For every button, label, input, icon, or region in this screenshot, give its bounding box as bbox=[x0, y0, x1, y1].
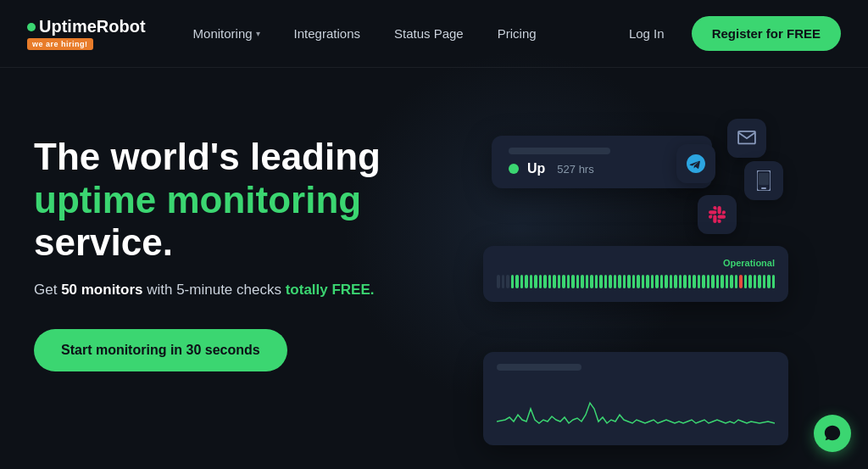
nav-links: Monitoring ▾ Integrations Status Page Pr… bbox=[180, 20, 615, 47]
uptime-segment bbox=[748, 275, 752, 288]
uptime-segment bbox=[660, 275, 664, 288]
up-label: Up bbox=[527, 161, 545, 176]
cta-button[interactable]: Start monitoring in 30 seconds bbox=[34, 329, 287, 371]
uptime-segment bbox=[562, 275, 565, 288]
uptime-segment bbox=[688, 275, 692, 288]
uptime-segment bbox=[511, 275, 515, 288]
uptime-segment bbox=[599, 275, 603, 288]
uptime-segment bbox=[730, 275, 733, 288]
uptime-segment bbox=[558, 275, 561, 288]
uptime-segment bbox=[744, 275, 748, 288]
uptime-segment bbox=[739, 275, 743, 288]
uptime-segment bbox=[758, 275, 761, 288]
uptime-segment bbox=[595, 275, 598, 288]
telegram-icon bbox=[687, 154, 705, 173]
response-time-chart bbox=[497, 379, 775, 430]
operational-badge: Operational bbox=[723, 258, 775, 268]
register-button[interactable]: Register for FREE bbox=[692, 16, 841, 51]
uptime-segment bbox=[525, 275, 528, 288]
uptime-segment bbox=[698, 275, 701, 288]
uptime-segment bbox=[502, 275, 505, 288]
uptime-segment bbox=[665, 275, 668, 288]
chart-bar-decoration bbox=[497, 364, 581, 371]
svg-rect-1 bbox=[761, 187, 766, 189]
hiring-badge: we are hiring! bbox=[27, 38, 93, 50]
uptime-segment bbox=[651, 275, 654, 288]
main-content: The world's leading uptime monitoring se… bbox=[0, 68, 868, 469]
uptime-segment bbox=[637, 275, 640, 288]
uptime-segment bbox=[763, 275, 766, 288]
nav-status-page[interactable]: Status Page bbox=[381, 20, 477, 47]
email-icon bbox=[737, 131, 756, 146]
uptime-segment bbox=[754, 275, 757, 288]
uptime-segment bbox=[721, 275, 724, 288]
login-link[interactable]: Log In bbox=[615, 20, 678, 47]
nav-pricing[interactable]: Pricing bbox=[484, 20, 550, 47]
logo-wordmark: UptimeRobot bbox=[39, 17, 146, 36]
slack-icon bbox=[709, 206, 726, 223]
hero-green-text: uptime monitoring bbox=[34, 179, 361, 221]
chat-button[interactable] bbox=[814, 415, 851, 452]
telegram-bubble bbox=[676, 144, 715, 183]
uptime-segment bbox=[590, 275, 593, 288]
uptime-segment bbox=[702, 275, 705, 288]
uptime-segment bbox=[679, 275, 682, 288]
card-status-bar: Operational bbox=[483, 246, 788, 302]
uptime-segment bbox=[707, 275, 710, 288]
chat-icon bbox=[823, 424, 842, 443]
uptime-segment bbox=[571, 275, 575, 288]
uptime-segment bbox=[735, 275, 738, 288]
uptime-segment bbox=[646, 275, 649, 288]
navbar: UptimeRobot we are hiring! Monitoring ▾ … bbox=[0, 0, 868, 68]
card-response-chart bbox=[483, 352, 788, 445]
uptime-segment bbox=[683, 275, 687, 288]
status-green-dot bbox=[509, 164, 519, 174]
uptime-segment bbox=[576, 275, 580, 288]
uptime-segment bbox=[674, 275, 677, 288]
uptime-segment bbox=[693, 275, 696, 288]
nav-integrations[interactable]: Integrations bbox=[281, 20, 374, 47]
uptime-segment bbox=[623, 275, 626, 288]
email-bubble bbox=[727, 119, 766, 158]
uptime-segment bbox=[534, 275, 537, 288]
logo[interactable]: UptimeRobot we are hiring! bbox=[27, 17, 146, 50]
hero-title: The world's leading uptime monitoring se… bbox=[34, 136, 475, 265]
uptime-segment bbox=[618, 275, 621, 288]
uptime-segment bbox=[520, 275, 524, 288]
dashboard-visual: Up 527 hrs bbox=[475, 102, 834, 441]
uptime-segment bbox=[515, 275, 519, 288]
uptime-segment bbox=[506, 275, 509, 288]
hero-section: The world's leading uptime monitoring se… bbox=[34, 119, 475, 371]
uptime-segment bbox=[604, 275, 608, 288]
uptime-segment bbox=[497, 275, 500, 288]
mobile-icon bbox=[757, 170, 771, 191]
uptime-segment bbox=[655, 275, 659, 288]
slack-bubble bbox=[698, 195, 737, 234]
hours-label: 527 hrs bbox=[557, 163, 593, 176]
uptime-bar bbox=[497, 273, 775, 290]
uptime-segment bbox=[716, 275, 720, 288]
uptime-segment bbox=[553, 275, 556, 288]
uptime-segment bbox=[548, 275, 552, 288]
uptime-segment bbox=[581, 275, 584, 288]
mobile-bubble bbox=[744, 161, 783, 200]
uptime-segment bbox=[772, 275, 776, 288]
chevron-down-icon: ▾ bbox=[256, 29, 260, 38]
uptime-segment bbox=[614, 275, 617, 288]
uptime-segment bbox=[726, 275, 729, 288]
nav-right: Log In Register for FREE bbox=[615, 16, 841, 51]
uptime-segment bbox=[609, 275, 612, 288]
uptime-segment bbox=[767, 275, 771, 288]
hero-subtitle: Get 50 monitors with 5-minute checks tot… bbox=[34, 282, 475, 299]
uptime-segment bbox=[711, 275, 715, 288]
uptime-segment bbox=[539, 275, 542, 288]
uptime-segment bbox=[543, 275, 547, 288]
uptime-segment bbox=[642, 275, 645, 288]
card-bar-decoration bbox=[509, 148, 610, 154]
logo-dot-icon bbox=[27, 23, 36, 31]
nav-monitoring[interactable]: Monitoring ▾ bbox=[180, 20, 274, 47]
uptime-segment bbox=[586, 275, 589, 288]
uptime-segment bbox=[530, 275, 533, 288]
uptime-segment bbox=[627, 275, 631, 288]
svg-rect-2 bbox=[759, 173, 769, 185]
